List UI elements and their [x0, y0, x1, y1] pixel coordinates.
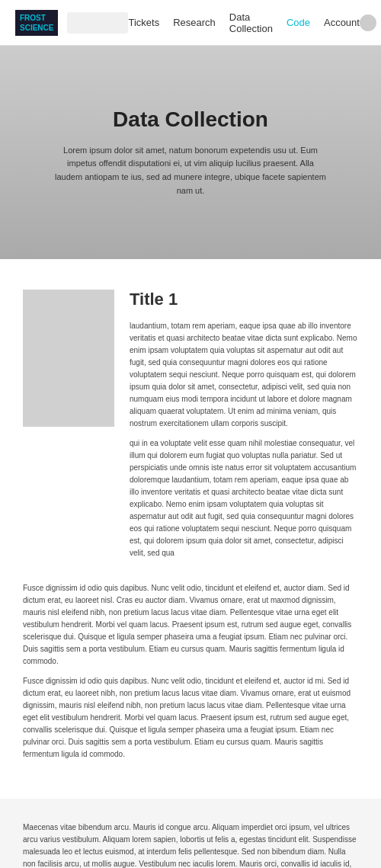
- nav-tickets[interactable]: Tickets: [128, 17, 159, 28]
- nav-code[interactable]: Code: [287, 17, 310, 28]
- section1-para2: qui in ea voluptate velit esse quam nihi…: [130, 437, 358, 559]
- nav-left: FROST SCIENCE: [15, 10, 128, 36]
- navbar: FROST SCIENCE Tickets Research Data Coll…: [0, 0, 381, 46]
- section-1: Title 1 laudantium, totam rem aperiam, e…: [0, 259, 381, 799]
- logo: FROST SCIENCE: [15, 10, 58, 36]
- section1-text-block: Title 1 laudantium, totam rem aperiam, e…: [130, 290, 358, 567]
- nav-research[interactable]: Research: [173, 17, 216, 28]
- section1-image: [23, 290, 114, 427]
- nav-data-collection[interactable]: Data Collection: [229, 11, 273, 34]
- nav-icon-1[interactable]: [360, 14, 376, 31]
- nav-links: Tickets Research Data Collection Code Ac…: [128, 11, 360, 34]
- section1-two-col: Title 1 laudantium, totam rem aperiam, e…: [23, 290, 358, 567]
- section2-body3: Maecenas vitae bibendum arcu. Mauris id …: [23, 822, 358, 868]
- section1-para1: laudantium, totam rem aperiam, eaque ips…: [130, 320, 358, 430]
- section1-body1: Fusce dignissim id odio quis dapibus. Nu…: [23, 582, 358, 668]
- search-placeholder: [67, 12, 128, 34]
- hero-body: Lorem ipsum dolor sit amet, natum bonoru…: [53, 144, 328, 197]
- nav-account[interactable]: Account: [324, 17, 360, 28]
- nav-icons: [360, 14, 381, 31]
- logo-line1: FROST: [20, 14, 46, 22]
- hero-title: Data Collection: [113, 107, 268, 132]
- section1-body2: Fusce dignissim id odio quis dapibus. Nu…: [23, 675, 358, 761]
- hero-section: Data Collection Lorem ipsum dolor sit am…: [0, 46, 381, 259]
- logo-line2: SCIENCE: [20, 24, 53, 32]
- section-2: Maecenas vitae bibendum arcu. Mauris id …: [0, 799, 381, 868]
- section1-title: Title 1: [130, 290, 358, 309]
